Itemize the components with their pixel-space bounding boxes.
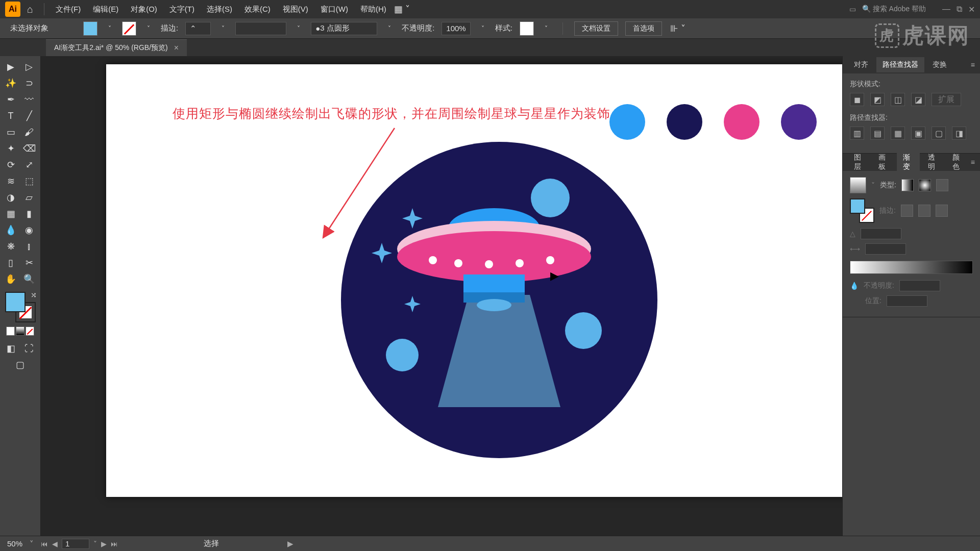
menu-file[interactable]: 文件(F) xyxy=(51,2,86,17)
gradient-angle-field[interactable] xyxy=(861,228,901,239)
fill-stroke-indicator[interactable]: ⤭ xyxy=(5,292,36,322)
next-page-icon[interactable]: ▶ xyxy=(101,540,107,548)
gradient-preview[interactable] xyxy=(850,177,866,193)
free-transform-tool-icon[interactable]: ⬚ xyxy=(20,173,38,189)
style-swatch[interactable] xyxy=(520,21,534,36)
gradient-slider[interactable] xyxy=(850,261,973,274)
stroke-swatch[interactable] xyxy=(122,21,136,36)
perspective-tool-icon[interactable]: ▱ xyxy=(20,190,38,205)
lasso-tool-icon[interactable]: ⊃ xyxy=(20,76,38,91)
tab-color[interactable]: 颜色 xyxy=(946,150,969,174)
preferences-button[interactable]: 首选项 xyxy=(625,21,662,36)
paintbrush-tool-icon[interactable]: 🖌 xyxy=(20,124,38,140)
panel-menu-icon[interactable]: ≡ xyxy=(971,61,975,69)
brush-dd-icon[interactable]: ˅ xyxy=(384,23,395,34)
tab-artboards[interactable]: 画板 xyxy=(872,150,895,174)
menu-window[interactable]: 窗口(W) xyxy=(315,2,353,17)
search-input[interactable]: 🔍 搜索 Adobe 帮助 xyxy=(862,5,926,14)
scale-tool-icon[interactable]: ⤢ xyxy=(20,157,38,172)
unite-icon[interactable]: ◼ xyxy=(850,93,864,106)
gradient-fill-stroke[interactable] xyxy=(850,198,874,223)
opacity-dd-icon[interactable]: ˅ xyxy=(478,23,488,34)
gradient-radial-icon[interactable] xyxy=(919,179,931,191)
tab-transform[interactable]: 变换 xyxy=(926,57,953,72)
opacity-field[interactable]: 100% xyxy=(442,22,470,35)
shaper-tool-icon[interactable]: ✦ xyxy=(2,141,19,156)
minus-front-icon[interactable]: ◩ xyxy=(870,93,885,106)
zoom-tool-icon[interactable]: 🔍 xyxy=(20,271,38,287)
var-width-dd-icon[interactable]: ˅ xyxy=(293,23,304,34)
style-dd-icon[interactable]: ˅ xyxy=(541,23,551,34)
window-restore-icon[interactable]: ⧉ xyxy=(957,5,962,14)
menu-type[interactable]: 文字(T) xyxy=(164,2,200,17)
brush-field[interactable]: ● 3 点圆形 xyxy=(311,22,377,35)
prev-page-icon[interactable]: ◀ xyxy=(52,540,58,548)
menu-edit[interactable]: 编辑(E) xyxy=(88,2,124,17)
minus-back-icon[interactable]: ◨ xyxy=(952,127,966,140)
width-tool-icon[interactable]: ≋ xyxy=(2,173,19,189)
color-mode-solid[interactable] xyxy=(6,327,15,336)
crop-icon[interactable]: ▣ xyxy=(911,127,925,140)
menu-help[interactable]: 帮助(H) xyxy=(355,2,391,17)
doc-tab-close-icon[interactable]: × xyxy=(174,43,179,53)
rotate-tool-icon[interactable]: ⟳ xyxy=(2,157,19,172)
menu-select[interactable]: 选择(S) xyxy=(202,2,237,17)
tab-transparency[interactable]: 透明 xyxy=(922,150,944,174)
color-mode-gradient[interactable] xyxy=(16,327,24,336)
first-page-icon[interactable]: ⏮ xyxy=(41,540,48,548)
stroke-weight-field[interactable]: ⌃ xyxy=(185,22,211,35)
symbol-tool-icon[interactable]: ❋ xyxy=(2,239,19,254)
divide-icon[interactable]: ▥ xyxy=(850,127,864,140)
zoom-level[interactable]: 50% xyxy=(7,539,22,548)
merge-icon[interactable]: ▦ xyxy=(891,127,905,140)
swap-fill-stroke-icon[interactable]: ⤭ xyxy=(31,291,37,299)
curvature-tool-icon[interactable]: 〰 xyxy=(20,92,38,107)
draw-mode-icon[interactable]: ◧ xyxy=(2,341,19,356)
pen-tool-icon[interactable]: ✒ xyxy=(2,92,19,107)
type-tool-icon[interactable]: T xyxy=(2,108,19,123)
tab-align[interactable]: 对齐 xyxy=(848,57,874,72)
window-close-icon[interactable]: ✕ xyxy=(968,5,975,14)
rectangle-tool-icon[interactable]: ▭ xyxy=(2,124,19,140)
outline-icon[interactable]: ▢ xyxy=(932,127,946,140)
mesh-tool-icon[interactable]: ▦ xyxy=(2,206,19,221)
selection-tool-icon[interactable]: ▶ xyxy=(2,59,19,74)
screen-mode-icon[interactable]: ⛶ xyxy=(20,341,38,356)
gradient-aspect-field[interactable] xyxy=(865,243,906,255)
eyedropper-tool-icon[interactable]: 💧 xyxy=(2,222,19,238)
workspace-icon[interactable]: ▭ xyxy=(849,5,856,13)
menu-view[interactable]: 视图(V) xyxy=(278,2,313,17)
gradient-location-field[interactable] xyxy=(887,295,927,307)
stroke-grad-2-icon[interactable] xyxy=(918,205,930,217)
hand-tool-icon[interactable]: ✋ xyxy=(2,271,19,287)
panel-menu-icon[interactable]: ≡ xyxy=(971,158,975,166)
gradient-tool-icon[interactable]: ▮ xyxy=(20,206,38,221)
doc-setup-button[interactable]: 文档设置 xyxy=(574,21,618,36)
window-minimize-icon[interactable]: — xyxy=(942,5,950,14)
eyedropper-icon[interactable]: 💧 xyxy=(850,282,859,290)
menu-effect[interactable]: 效果(C) xyxy=(239,2,276,17)
fill-dropdown-icon[interactable]: ˅ xyxy=(105,23,115,34)
menu-object[interactable]: 对象(O) xyxy=(126,2,162,17)
canvas-area[interactable]: 使用矩形与椭圆继续绘制出飞碟的形状，并在周围绘制星球与星星作为装饰 xyxy=(41,56,842,536)
direct-select-tool-icon[interactable]: ▷ xyxy=(20,59,38,74)
stroke-dropdown-icon[interactable]: ˅ xyxy=(143,23,154,34)
stroke-grad-3-icon[interactable] xyxy=(936,205,948,217)
eraser-tool-icon[interactable]: ⌫ xyxy=(20,141,38,156)
var-width-field[interactable] xyxy=(235,22,286,35)
graph-tool-icon[interactable]: ⫿ xyxy=(20,239,38,254)
shape-builder-tool-icon[interactable]: ◑ xyxy=(2,190,19,205)
tab-pathfinder[interactable]: 路径查找器 xyxy=(876,57,924,72)
gradient-freeform-icon[interactable] xyxy=(936,179,948,191)
color-mode-none[interactable] xyxy=(26,327,34,336)
stroke-weight-dd-icon[interactable]: ˅ xyxy=(218,23,228,34)
page-field[interactable]: 1 xyxy=(62,539,89,549)
trim-icon[interactable]: ▤ xyxy=(870,127,885,140)
exclude-icon[interactable]: ◪ xyxy=(911,93,925,106)
fill-indicator[interactable] xyxy=(5,292,26,312)
artboard-tool-icon[interactable]: ▯ xyxy=(2,255,19,270)
gradient-linear-icon[interactable] xyxy=(901,179,914,191)
line-tool-icon[interactable]: ╱ xyxy=(20,108,38,123)
slice-tool-icon[interactable]: ✂ xyxy=(20,255,38,270)
last-page-icon[interactable]: ⏭ xyxy=(111,540,118,548)
